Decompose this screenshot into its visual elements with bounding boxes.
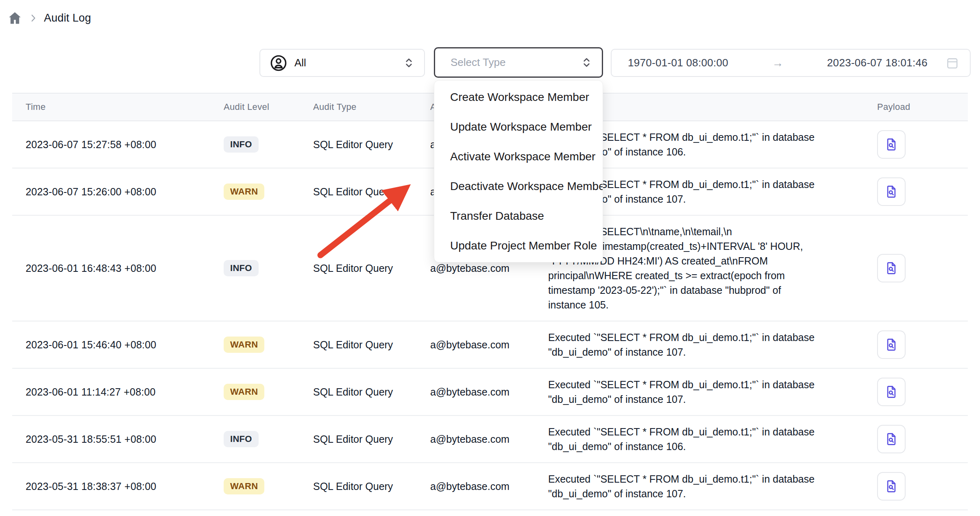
table-row: 2023-05-31 18:38:37 +08:00 WARN SQL Edit… [12,463,968,510]
file-search-icon [884,337,899,352]
page-title: Audit Log [44,12,91,24]
header-time: Time [12,93,210,121]
date-range-picker[interactable]: 1970-01-01 08:00:00 → 2023-06-07 18:01:4… [611,49,971,77]
payload-button[interactable] [877,425,906,453]
chevron-up-down-icon [580,56,593,69]
calendar-icon [945,56,959,70]
file-search-icon [884,384,899,400]
home-icon[interactable] [7,11,22,26]
payload-button[interactable] [877,254,906,282]
type-filter-select[interactable]: Select Type [434,47,603,78]
type-option[interactable]: Update Workspace Member [434,112,603,142]
row-actor: a@bytebase.com [417,368,535,415]
row-audit-type: SQL Editor Query [300,368,417,415]
actor-filter-select[interactable]: All [259,49,425,77]
user-icon [269,54,288,72]
audit-level-badge: INFO [224,431,259,447]
type-option[interactable]: Deactivate Workspace Member [434,171,603,201]
payload-button[interactable] [877,130,906,159]
file-search-icon [884,431,899,447]
payload-button[interactable] [877,330,906,359]
file-search-icon [884,479,899,494]
date-range-end[interactable]: 2023-06-07 18:01:46 [827,57,928,69]
audit-level-badge: INFO [224,136,259,153]
audit-level-badge: WARN [224,478,264,494]
chevron-right-icon [28,13,39,24]
row-comment: Executed `"SELECT * FROM db_ui_demo.t1;"… [535,415,857,463]
table-row [12,510,968,516]
row-audit-type: SQL Editor Query [300,415,417,463]
row-time: 2023-06-07 15:26:00 +08:00 [12,168,210,215]
type-filter-placeholder: Select Type [451,56,505,69]
table-row: 2023-06-01 11:14:27 +08:00 WARN SQL Edit… [12,368,968,415]
payload-button[interactable] [877,177,906,206]
row-audit-type: SQL Editor Query [300,215,417,321]
row-actor: a@bytebase.com [417,415,535,463]
type-option[interactable]: Transfer Database [434,201,603,231]
row-actor: a@bytebase.com [417,463,535,510]
type-option[interactable]: Update Project Member Role [434,231,603,260]
row-time: 2023-05-31 18:55:51 +08:00 [12,415,210,463]
table-row: 2023-06-01 15:46:40 +08:00 WARN SQL Edit… [12,321,968,368]
breadcrumb: Audit Log [7,11,91,26]
row-audit-type: SQL Editor Query [300,168,417,215]
row-audit-type: SQL Editor Query [300,321,417,368]
header-audit-level: Audit Level [210,93,300,121]
arrow-right-icon: → [769,57,787,70]
row-actor: a@bytebase.com [417,321,535,368]
row-comment: Executed `"SELECT * FROM db_ui_demo.t1;"… [535,368,857,415]
row-audit-type: SQL Editor Query [300,463,417,510]
row-time: 2023-06-01 15:46:40 +08:00 [12,321,210,368]
file-search-icon [884,184,899,199]
type-option[interactable]: Create Workspace Member [434,82,603,112]
file-search-icon [884,260,899,276]
type-option[interactable]: Activate Workspace Member [434,142,603,171]
audit-level-badge: WARN [224,337,264,353]
row-time: 2023-06-01 16:48:43 +08:00 [12,215,210,321]
row-comment: Executed `"SELECT * FROM db_ui_demo.t1;"… [535,321,857,368]
table-row: 2023-05-31 18:55:51 +08:00 INFO SQL Edit… [12,415,968,463]
row-audit-type: SQL Editor Query [300,121,417,168]
chevron-up-down-icon [403,57,415,69]
row-time: 2023-06-07 15:27:58 +08:00 [12,121,210,168]
row-comment: Executed `"SELECT * FROM db_ui_demo.t1;"… [535,463,857,510]
payload-button[interactable] [877,472,906,501]
type-dropdown-menu: Create Workspace MemberUpdate Workspace … [434,80,603,262]
audit-level-badge: WARN [224,384,264,400]
audit-level-badge: INFO [224,260,259,276]
header-payload: Payload [857,93,968,121]
audit-level-badge: WARN [224,184,264,200]
audit-log-page: Audit Log All Select Type 1970- [0,0,980,516]
header-audit-type: Audit Type [300,93,417,121]
file-search-icon [884,137,899,152]
row-time: 2023-05-31 18:38:37 +08:00 [12,463,210,510]
row-time: 2023-06-01 11:14:27 +08:00 [12,368,210,415]
date-range-start[interactable]: 1970-01-01 08:00:00 [628,57,728,69]
payload-button[interactable] [877,378,906,406]
actor-filter-value: All [294,57,306,69]
